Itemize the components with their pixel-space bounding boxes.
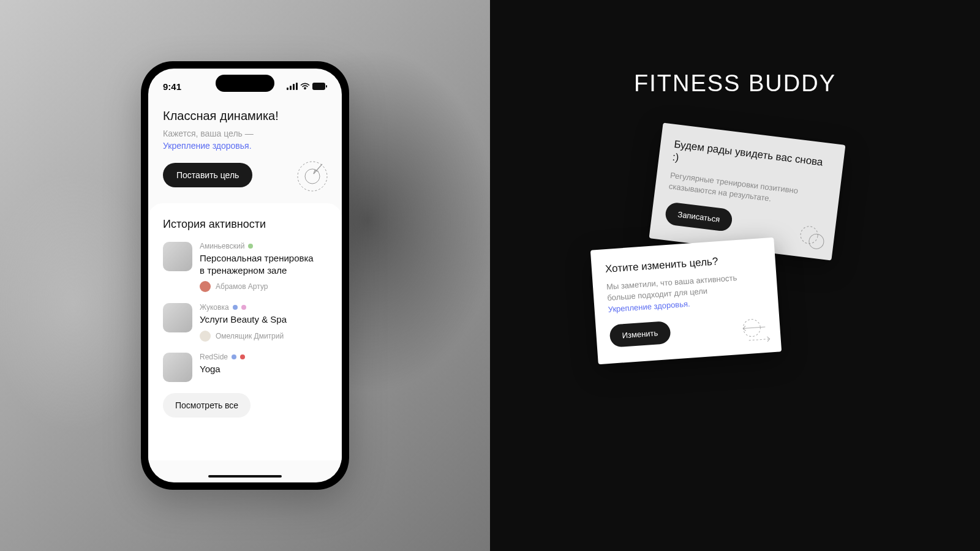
battery-icon: [312, 83, 327, 90]
svg-point-10: [809, 233, 825, 250]
activity-name: Yoga: [200, 363, 327, 375]
activity-thumb: [163, 242, 192, 271]
set-goal-button[interactable]: Поставить цель: [163, 163, 252, 187]
status-dot: [248, 244, 253, 249]
card-change-goal: Хотите изменить цель? Мы заметили, что в…: [590, 238, 782, 364]
status-dot: [241, 305, 246, 310]
trainer-avatar: [200, 331, 211, 342]
signup-button[interactable]: Записаться: [665, 201, 734, 232]
trainer-avatar: [200, 281, 211, 292]
svg-line-8: [314, 164, 322, 174]
activity-thumb: [163, 353, 192, 382]
svg-rect-5: [326, 85, 327, 88]
status-time: 9:41: [163, 81, 181, 92]
activity-thumb: [163, 303, 192, 332]
phone-screen: 9:41 Классная динамика! Кажется, ваша це…: [148, 69, 342, 482]
phone-frame: 9:41 Классная динамика! Кажется, ваша це…: [141, 61, 349, 490]
hero-subtitle-prefix: Кажется, ваша цель —: [163, 129, 254, 138]
home-indicator[interactable]: [208, 475, 282, 478]
wifi-icon: [300, 83, 310, 90]
status-icons: [287, 83, 327, 90]
cellular-icon: [287, 83, 298, 90]
target-icon: [295, 158, 330, 192]
svg-rect-1: [290, 86, 292, 90]
activity-name: Персональная тренировка в тренажерном за…: [200, 252, 327, 276]
activity-name: Услуги Beauty & Spa: [200, 313, 327, 326]
svg-line-13: [749, 339, 770, 340]
card-subtitle: Мы заметили, что ваша активность больше …: [606, 271, 765, 315]
brand-title: FITNESS BUDDY: [634, 70, 836, 97]
activity-item[interactable]: Жуковка Услуги Beauty & Spa Омелящик Дми…: [163, 303, 327, 342]
svg-point-6: [298, 162, 327, 191]
hero-section: Классная динамика! Кажется, ваша цель — …: [148, 96, 342, 203]
activity-item[interactable]: Аминьевский Персональная тренировка в тр…: [163, 242, 327, 292]
arrows-icon: [736, 315, 772, 346]
svg-rect-3: [296, 83, 298, 90]
svg-rect-2: [293, 84, 295, 90]
activity-location: RedSide: [200, 353, 228, 361]
dynamic-island: [216, 75, 274, 92]
activity-item[interactable]: RedSide Yoga: [163, 353, 327, 382]
activity-location: Аминьевский: [200, 242, 244, 250]
trainer-name: Омелящик Дмитрий: [216, 332, 284, 340]
see-all-button[interactable]: Посмотреть все: [163, 393, 251, 418]
circles-icon: [797, 223, 827, 251]
hero-subtitle: Кажется, ваша цель — Укрепление здоровья…: [163, 128, 327, 152]
svg-rect-0: [287, 88, 288, 90]
status-dot: [232, 354, 236, 359]
change-button[interactable]: Изменить: [609, 321, 671, 348]
trainer-name: Абрамов Артур: [216, 282, 268, 291]
svg-line-12: [743, 327, 765, 329]
status-dot: [240, 354, 245, 359]
history-section: История активности Аминьевский Персональ…: [148, 203, 342, 460]
left-panel: 9:41 Классная динамика! Кажется, ваша це…: [0, 0, 490, 551]
right-panel: FITNESS BUDDY Будем рады увидеть вас сно…: [490, 0, 980, 551]
history-title: История активности: [163, 218, 327, 231]
activity-location: Жуковка: [200, 303, 229, 312]
hero-title: Классная динамика!: [163, 109, 327, 123]
svg-rect-4: [312, 83, 325, 90]
hero-subtitle-link[interactable]: Укрепление здоровья.: [163, 141, 252, 151]
status-dot: [233, 305, 238, 310]
